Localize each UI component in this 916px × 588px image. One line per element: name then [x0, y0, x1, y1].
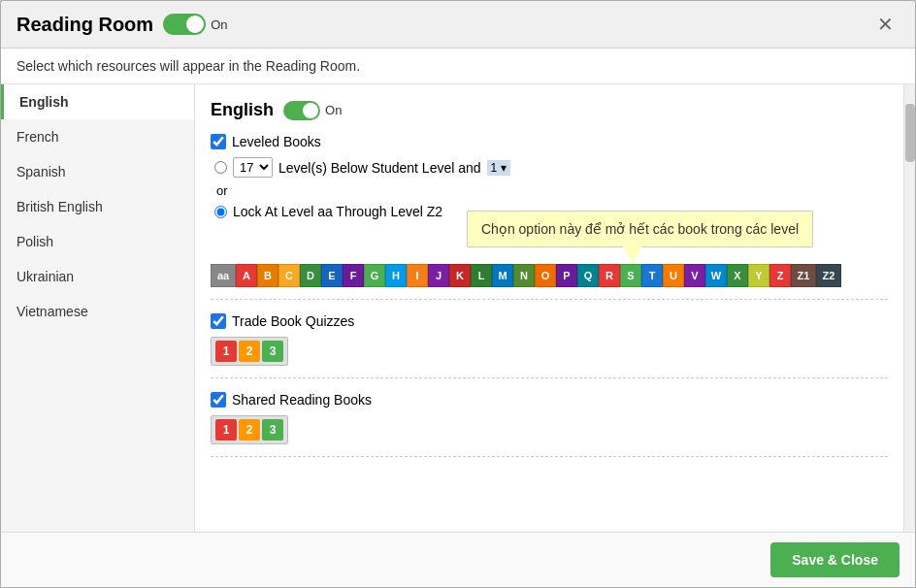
save-close-button[interactable]: Save & Close: [770, 542, 900, 577]
level-cell-p[interactable]: P: [556, 264, 577, 287]
tooltip: Chọn option này để mở hết các book trong…: [467, 211, 813, 247]
trade-book-label: Trade Book Quizzes: [232, 313, 354, 329]
level-cell-w[interactable]: W: [705, 264, 727, 287]
level-cell-e[interactable]: E: [321, 264, 343, 287]
content-area: English On Leveled Books 17: [195, 84, 903, 532]
main-toggle[interactable]: On: [163, 14, 227, 35]
tooltip-text: Chọn option này để mở hết các book trong…: [481, 221, 799, 237]
sidebar-item-english[interactable]: English: [1, 84, 194, 119]
level-cell-d[interactable]: D: [300, 264, 321, 287]
level-cell-x[interactable]: X: [727, 264, 748, 287]
badge-1: 1: [215, 341, 237, 362]
level-cell-aa[interactable]: aa: [211, 264, 236, 287]
main-toggle-label: On: [211, 17, 227, 32]
trade-book-checkbox[interactable]: [211, 313, 226, 329]
lock-level-radio[interactable]: [214, 206, 227, 218]
level-cell-q[interactable]: Q: [577, 264, 599, 287]
leveled-books-checkbox[interactable]: [211, 134, 226, 149]
level-cell-i[interactable]: I: [407, 264, 428, 287]
reading-room-modal: Reading Room On ✕ Select which resources…: [0, 0, 916, 588]
level-select[interactable]: 17: [233, 157, 273, 178]
level-cell-z1[interactable]: Z1: [791, 264, 816, 287]
sidebar-item-ukrainian[interactable]: Ukrainian: [1, 259, 194, 294]
level-cell-o[interactable]: O: [535, 264, 556, 287]
modal-header: Reading Room On ✕: [1, 1, 915, 49]
sidebar-item-british-english[interactable]: British English: [1, 189, 194, 224]
section-toggle-thumb: [303, 103, 318, 118]
shared-reading-checkbox[interactable]: [211, 392, 226, 408]
sidebar-item-french[interactable]: French: [1, 119, 194, 154]
level-extra: 1 ▾: [487, 160, 510, 176]
badge-3: 3: [262, 341, 283, 362]
section-toggle[interactable]: On: [283, 101, 342, 120]
level-cell-v[interactable]: V: [684, 264, 705, 287]
leveled-books-row: Leveled Books: [211, 134, 888, 149]
level-cell-c[interactable]: C: [278, 264, 300, 287]
language-sidebar: English French Spanish British English P…: [1, 84, 195, 532]
level-cell-z2[interactable]: Z2: [816, 264, 841, 287]
level-bar[interactable]: aaABCDEFGHIJKLMNOPQRSTUVWXYZZ1Z2: [211, 264, 888, 287]
level-cell-s[interactable]: S: [620, 264, 641, 287]
modal-body: English French Spanish British English P…: [1, 84, 915, 532]
trade-book-row: Trade Book Quizzes: [211, 313, 888, 329]
sidebar-item-spanish[interactable]: Spanish: [1, 154, 194, 189]
badge-2: 2: [239, 341, 260, 362]
sidebar-item-polish[interactable]: Polish: [1, 224, 194, 259]
level-cell-t[interactable]: T: [641, 264, 663, 287]
modal-title-area: Reading Room On: [16, 14, 227, 36]
level-cell-u[interactable]: U: [663, 264, 684, 287]
section-header: English On: [211, 100, 888, 120]
shared-badge-1: 1: [215, 419, 237, 441]
shared-reading-group: Shared Reading Books 1 2 3: [211, 392, 888, 457]
level-cell-k[interactable]: K: [449, 264, 471, 287]
close-button[interactable]: ✕: [871, 11, 900, 38]
level-cell-f[interactable]: F: [343, 264, 364, 287]
level-cell-n[interactable]: N: [513, 264, 535, 287]
section-toggle-label: On: [325, 103, 342, 117]
main-toggle-thumb: [186, 16, 204, 33]
level-option-text: Level(s) Below Student Level and: [278, 160, 481, 176]
shared-reading-row: Shared Reading Books: [211, 392, 888, 408]
level-cell-a[interactable]: A: [236, 264, 257, 287]
level-cell-h[interactable]: H: [385, 264, 407, 287]
leveled-books-label: Leveled Books: [232, 134, 321, 149]
level-cell-b[interactable]: B: [257, 264, 278, 287]
level-below-row: 17 Level(s) Below Student Level and 1 ▾: [211, 157, 888, 178]
level-cell-g[interactable]: G: [364, 264, 385, 287]
level-cell-j[interactable]: J: [428, 264, 449, 287]
shared-badge-2: 2: [239, 419, 260, 441]
shared-reading-badges: 1 2 3: [211, 415, 288, 444]
level-cell-y[interactable]: Y: [748, 264, 769, 287]
lock-label: Lock At Level aa Through Level Z2: [233, 204, 442, 219]
section-title: English: [211, 100, 274, 120]
modal-footer: Save & Close: [1, 532, 915, 587]
shared-reading-label: Shared Reading Books: [232, 392, 372, 408]
or-label: or: [216, 183, 888, 198]
main-toggle-track[interactable]: [163, 14, 206, 35]
level-cell-l[interactable]: L: [471, 264, 492, 287]
scrollbar[interactable]: [903, 84, 915, 532]
trade-book-group: Trade Book Quizzes 1 2 3: [211, 313, 888, 378]
section-toggle-track[interactable]: [283, 101, 320, 120]
leveled-books-group: Leveled Books 17 Level(s) Below Student …: [211, 134, 888, 300]
level-cell-r[interactable]: R: [599, 264, 620, 287]
level-cell-z[interactable]: Z: [769, 264, 791, 287]
modal-subtitle: Select which resources will appear in th…: [1, 49, 915, 84]
modal-title-text: Reading Room: [16, 14, 153, 36]
scrollbar-thumb[interactable]: [905, 104, 915, 162]
level-below-radio[interactable]: [214, 161, 227, 174]
sidebar-item-vietnamese[interactable]: Vietnamese: [1, 294, 194, 329]
level-cell-m[interactable]: M: [492, 264, 513, 287]
shared-badge-3: 3: [262, 419, 283, 441]
trade-book-badges: 1 2 3: [211, 337, 288, 366]
